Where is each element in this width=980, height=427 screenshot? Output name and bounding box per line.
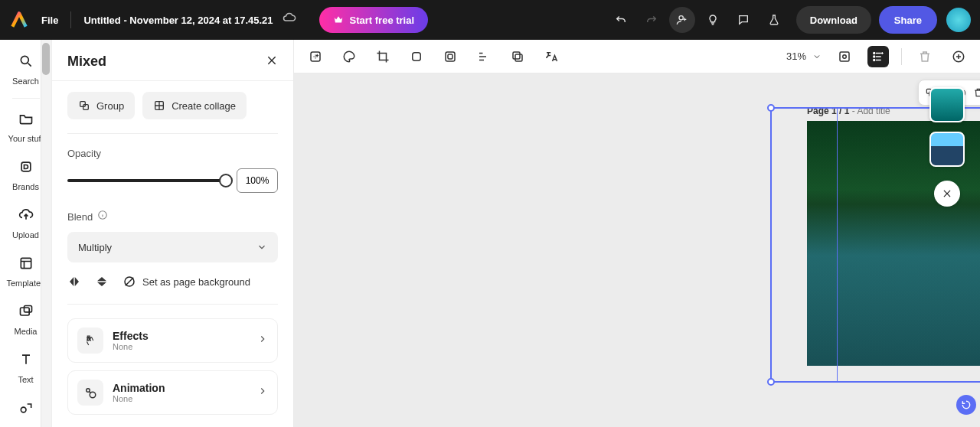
close-icon	[266, 54, 278, 67]
svg-rect-18	[448, 54, 452, 59]
download-button[interactable]: Download	[796, 6, 871, 34]
svg-rect-17	[446, 52, 455, 61]
properties-panel: Mixed Group Create collage Opacity Blend…	[52, 40, 294, 427]
svg-point-22	[843, 54, 847, 58]
delete-button[interactable]	[914, 46, 936, 67]
ctx-crop-icon[interactable]	[372, 46, 394, 67]
layer-thumbnail[interactable]	[929, 87, 965, 122]
opacity-label: Opacity	[67, 148, 278, 159]
svg-rect-16	[413, 52, 421, 60]
context-toolbar: 31%	[294, 40, 980, 73]
effects-row[interactable]: fx EffectsNone	[67, 318, 278, 363]
group-icon	[78, 99, 90, 112]
info-icon[interactable]	[97, 210, 108, 220]
svg-rect-2	[21, 162, 31, 171]
svg-point-1	[21, 56, 28, 64]
canvas-area: 31% Page 1 / 1 - Add title Group	[294, 40, 980, 427]
opacity-input[interactable]	[237, 168, 278, 193]
share-button[interactable]: Share	[879, 6, 937, 34]
ctx-color-icon[interactable]	[338, 46, 360, 67]
chevron-down-icon	[812, 52, 822, 61]
ctx-duplicate-icon[interactable]	[507, 46, 528, 67]
undo-button[interactable]	[608, 7, 634, 33]
divider	[70, 11, 71, 28]
animation-row[interactable]: AnimationNone	[67, 370, 278, 415]
chevron-right-icon	[257, 334, 268, 347]
flip-horizontal-button[interactable]	[67, 275, 81, 288]
ctx-generative-icon[interactable]	[305, 46, 326, 67]
svg-point-25	[874, 59, 875, 60]
user-avatar[interactable]	[946, 8, 971, 32]
ctx-mask-icon[interactable]	[439, 46, 461, 67]
svg-rect-20	[515, 54, 522, 61]
folder-icon	[18, 111, 34, 126]
file-menu[interactable]: File	[41, 15, 58, 26]
app-logo	[9, 10, 29, 30]
svg-point-23	[874, 52, 875, 54]
templates-icon	[18, 256, 34, 271]
left-rail: Search Your stuff Brands Upload Template…	[0, 40, 52, 427]
invite-button[interactable]	[669, 7, 695, 33]
canvas[interactable]: Page 1 / 1 - Add title Group	[294, 73, 980, 427]
zoom-control[interactable]: 31%	[786, 51, 822, 62]
flip-h-icon	[67, 275, 81, 288]
ctx-rect-icon[interactable]	[406, 46, 427, 67]
text-icon	[18, 352, 34, 367]
svg-point-6	[21, 407, 26, 412]
comments-icon[interactable]	[730, 7, 756, 33]
close-panel-button[interactable]	[266, 54, 278, 70]
collage-icon	[153, 99, 165, 112]
media-icon	[18, 304, 34, 319]
animation-icon	[77, 380, 103, 406]
create-collage-button[interactable]: Create collage	[142, 92, 247, 119]
layer-thumbnails	[929, 87, 965, 207]
resize-handle[interactable]	[767, 104, 775, 112]
ctx-translate-icon[interactable]	[541, 46, 562, 67]
start-free-trial-button[interactable]: Start free trial	[319, 7, 429, 33]
svg-rect-21	[840, 52, 849, 61]
svg-rect-5	[24, 306, 31, 312]
upload-icon	[18, 207, 34, 223]
close-layers-button[interactable]	[934, 181, 960, 207]
ctx-align-icon[interactable]	[473, 46, 495, 67]
flip-vertical-button[interactable]	[95, 275, 109, 288]
svg-text:fx: fx	[87, 336, 92, 341]
chevron-down-icon	[256, 242, 267, 253]
beaker-icon[interactable]	[761, 7, 787, 33]
brand-icon	[18, 159, 34, 174]
blend-label: Blend	[67, 210, 278, 223]
ctx-fit-icon[interactable]	[834, 46, 855, 67]
blend-mode-select[interactable]: Multiply	[67, 232, 278, 262]
top-bar: File Untitled - November 12, 2024 at 17.…	[0, 0, 980, 40]
redo-button[interactable]	[639, 7, 665, 33]
svg-point-24	[874, 56, 875, 57]
cloud-status-icon[interactable]	[283, 11, 296, 28]
close-icon	[942, 188, 952, 199]
effects-icon: fx	[77, 328, 103, 354]
set-as-background-button[interactable]: Set as page background	[122, 275, 250, 288]
shapes-icon	[18, 400, 34, 416]
chevron-right-icon	[257, 386, 268, 399]
opacity-slider[interactable]	[67, 174, 226, 187]
flip-v-icon	[95, 275, 109, 288]
document-name[interactable]: Untitled - November 12, 2024 at 17.45.21	[83, 15, 273, 26]
crown-icon	[333, 15, 344, 25]
trash-icon	[973, 87, 980, 98]
svg-point-0	[679, 16, 683, 20]
float-delete-button[interactable]	[973, 87, 980, 98]
svg-rect-3	[21, 258, 31, 268]
reset-rotation-button[interactable]	[956, 395, 976, 415]
background-icon	[122, 275, 136, 288]
tips-icon[interactable]	[700, 7, 726, 33]
layer-thumbnail[interactable]	[929, 132, 965, 167]
add-page-button[interactable]	[948, 46, 969, 67]
panel-title: Mixed	[67, 54, 106, 70]
svg-rect-19	[513, 52, 520, 59]
search-icon	[18, 54, 34, 69]
scrollbar[interactable]	[41, 40, 51, 427]
group-button[interactable]: Group	[67, 92, 135, 119]
ctx-layers-icon[interactable]	[867, 46, 889, 67]
resize-handle[interactable]	[767, 378, 775, 386]
